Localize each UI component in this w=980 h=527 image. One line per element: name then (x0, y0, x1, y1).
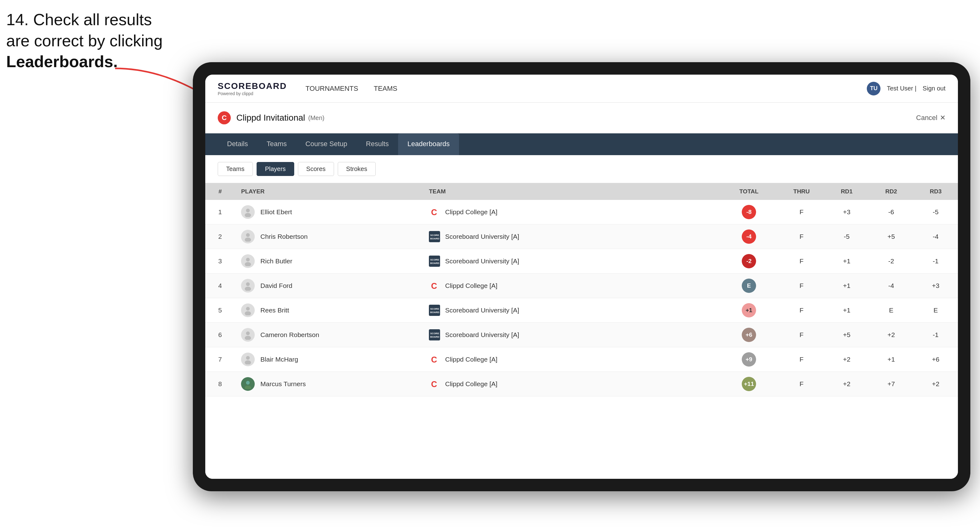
tab-nav: Details Teams Course Setup Results Leade… (205, 133, 958, 155)
rd1-cell: +5 (824, 323, 869, 347)
svg-point-14 (246, 282, 250, 286)
svg-rect-11 (430, 256, 439, 266)
team-cell: SCOREBOARDScoreboard University [A] (423, 323, 719, 347)
svg-rect-24 (430, 330, 439, 340)
filter-scores[interactable]: Scores (298, 162, 334, 176)
player-cell: Marcus Turners (235, 372, 423, 397)
svg-point-28 (245, 360, 251, 364)
thru-cell: F (778, 372, 824, 397)
svg-point-22 (246, 332, 250, 335)
table-row: 1Elliot EbertCClippd College [A]-8F+3-6-… (205, 200, 958, 224)
svg-point-27 (246, 356, 250, 360)
svg-point-18 (245, 311, 251, 315)
tab-course-setup[interactable]: Course Setup (296, 133, 357, 155)
svg-text:BOARD: BOARD (430, 311, 440, 314)
nav-teams[interactable]: TEAMS (374, 82, 398, 95)
svg-point-10 (245, 262, 251, 266)
svg-text:BOARD: BOARD (430, 262, 440, 265)
rank-cell: 7 (205, 347, 235, 372)
tab-details[interactable]: Details (218, 133, 257, 155)
table-row: 7Blair McHargCClippd College [A]+9F+2+1+… (205, 347, 958, 372)
thru-cell: F (778, 298, 824, 323)
thru-cell: F (778, 323, 824, 347)
rd3-cell: -1 (913, 249, 958, 274)
tab-teams[interactable]: Teams (257, 133, 296, 155)
tab-results[interactable]: Results (357, 133, 398, 155)
player-cell: Chris Robertson (235, 224, 423, 249)
filter-bar: Teams Players Scores Strokes (205, 155, 958, 183)
rank-cell: 2 (205, 224, 235, 249)
rd1-cell: +1 (824, 298, 869, 323)
rank-cell: 3 (205, 249, 235, 274)
thru-cell: F (778, 347, 824, 372)
rd2-cell: -2 (869, 249, 913, 274)
rd3-cell: +6 (913, 347, 958, 372)
rd3-cell: -4 (913, 224, 958, 249)
svg-point-30 (246, 381, 250, 384)
team-cell: CClippd College [A] (423, 274, 719, 298)
filter-strokes[interactable]: Strokes (338, 162, 376, 176)
filter-teams[interactable]: Teams (218, 162, 253, 176)
svg-point-17 (246, 307, 250, 311)
total-cell: E (719, 274, 779, 298)
table-header-row: # PLAYER TEAM TOTAL THRU RD1 RD2 RD3 (205, 183, 958, 200)
svg-rect-6 (430, 232, 439, 241)
col-header-rd2: RD2 (869, 183, 913, 200)
table-row: 2Chris RobertsonSCOREBOARDScoreboard Uni… (205, 224, 958, 249)
nav-links: TOURNAMENTS TEAMS (305, 82, 867, 95)
nav-tournaments[interactable]: TOURNAMENTS (305, 82, 358, 95)
thru-cell: F (778, 274, 824, 298)
col-header-team: TEAM (423, 183, 719, 200)
logo-sub: Powered by clippd (218, 91, 287, 96)
rd2-cell: +1 (869, 347, 913, 372)
thru-cell: F (778, 249, 824, 274)
tournament-badge: (Men) (308, 114, 325, 122)
rd1-cell: +1 (824, 274, 869, 298)
nav-right: TU Test User | Sign out (867, 82, 945, 95)
player-cell: Elliot Ebert (235, 200, 423, 224)
rd1-cell: -5 (824, 224, 869, 249)
svg-point-4 (246, 233, 250, 237)
svg-text:SCORE: SCORE (430, 234, 439, 237)
svg-text:SCORE: SCORE (430, 259, 439, 261)
total-cell: +1 (719, 298, 779, 323)
rd2-cell: +5 (869, 224, 913, 249)
rd2-cell: -4 (869, 274, 913, 298)
rd2-cell: +7 (869, 372, 913, 397)
signout-button[interactable]: Sign out (923, 85, 945, 92)
total-cell: -4 (719, 224, 779, 249)
rd2-cell: -6 (869, 200, 913, 224)
player-cell: Blair McHarg (235, 347, 423, 372)
svg-point-5 (245, 238, 251, 241)
team-cell: SCOREBOARDScoreboard University [A] (423, 298, 719, 323)
user-avatar: TU (867, 82, 880, 95)
svg-point-31 (245, 386, 251, 389)
rank-cell: 4 (205, 274, 235, 298)
table-row: 5Rees BrittSCOREBOARDScoreboard Universi… (205, 298, 958, 323)
total-cell: +11 (719, 372, 779, 397)
svg-text:BOARD: BOARD (430, 237, 440, 240)
rd3-cell: +2 (913, 372, 958, 397)
rd1-cell: +2 (824, 347, 869, 372)
rd3-cell: +3 (913, 274, 958, 298)
col-header-total: TOTAL (719, 183, 779, 200)
page-content: C Clippd Invitational (Men) Cancel ✕ Det… (205, 103, 958, 479)
leaderboard-table: # PLAYER TEAM TOTAL THRU RD1 RD2 RD3 1El… (205, 183, 958, 397)
table-row: 3Rich ButlerSCOREBOARDScoreboard Univers… (205, 249, 958, 274)
svg-text:BOARD: BOARD (430, 335, 440, 338)
tab-leaderboards[interactable]: Leaderboards (398, 133, 459, 155)
logo-text: SCOREBOARD (218, 81, 287, 91)
nav-user-label: Test User | (887, 85, 916, 92)
team-cell: CClippd College [A] (423, 372, 719, 397)
col-header-rd1: RD1 (824, 183, 869, 200)
thru-cell: F (778, 224, 824, 249)
cancel-button[interactable]: Cancel ✕ (916, 114, 945, 122)
rd2-cell: +2 (869, 323, 913, 347)
tablet-frame: SCOREBOARD Powered by clippd TOURNAMENTS… (193, 62, 970, 491)
svg-text:SCORE: SCORE (430, 332, 439, 335)
rank-cell: 6 (205, 323, 235, 347)
filter-players[interactable]: Players (256, 162, 294, 176)
svg-point-2 (245, 213, 251, 217)
total-cell: -8 (719, 200, 779, 224)
col-header-thru: THRU (778, 183, 824, 200)
